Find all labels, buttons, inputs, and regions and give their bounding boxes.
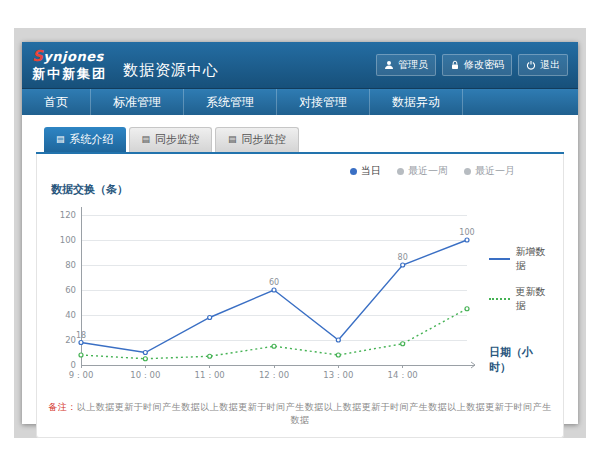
lock-icon [450, 60, 460, 70]
remark-row: 备注：以上数据更新于时间产生数据以上数据更新于时间产生数据以上数据更新于时间产生… [47, 401, 553, 427]
grid-icon: ▤ [228, 135, 237, 144]
series-legend: 新增数据更新数据 [489, 245, 553, 313]
svg-text:80: 80 [398, 253, 408, 262]
svg-text:0: 0 [71, 360, 76, 370]
radio-dot-icon [464, 168, 471, 175]
grid-icon: ▤ [142, 135, 151, 144]
company-name: 新中新集团 [32, 67, 107, 82]
desktop-background: Synjones 新中新集团 数据资源中心 管理员 修改密码 退出 [14, 28, 586, 438]
grid-icon: ▤ [56, 135, 65, 144]
nav-item-connect-mgmt[interactable]: 对接管理 [277, 89, 370, 115]
tab-sync-monitor-2[interactable]: ▤ 同步监控 [215, 127, 299, 152]
svg-text:60: 60 [65, 285, 76, 295]
line-swatch-icon [489, 298, 510, 300]
tab-sync-monitor-1[interactable]: ▤ 同步监控 [129, 127, 213, 152]
svg-text:100: 100 [459, 228, 474, 237]
nav-item-system-mgmt[interactable]: 系统管理 [184, 89, 277, 115]
nav-item-data-change[interactable]: 数据异动 [370, 89, 463, 115]
svg-text:12：00: 12：00 [259, 370, 289, 380]
range-option-label: 最近一月 [475, 164, 515, 178]
svg-text:9：00: 9：00 [69, 370, 94, 380]
series-name: 更新数据 [516, 285, 553, 313]
svg-text:60: 60 [269, 278, 279, 287]
user-icon [384, 60, 394, 70]
remark-label: 备注： [48, 402, 77, 412]
svg-text:100: 100 [60, 235, 76, 245]
radio-dot-icon [350, 168, 357, 175]
app-window: Synjones 新中新集团 数据资源中心 管理员 修改密码 退出 [22, 42, 578, 424]
tab-bar: ▤ 系统介绍 ▤ 同步监控 ▤ 同步监控 [44, 127, 564, 152]
logout-button[interactable]: 退出 [518, 54, 568, 76]
y-axis-title: 数据交换（条） [51, 182, 553, 197]
brand-logo: Synjones 新中新集团 [32, 48, 107, 81]
svg-text:18: 18 [76, 331, 86, 340]
nav-item-standard-mgmt[interactable]: 标准管理 [91, 89, 184, 115]
series-legend-item[interactable]: 更新数据 [489, 285, 553, 313]
svg-text:120: 120 [60, 210, 76, 220]
tab-system-intro[interactable]: ▤ 系统介绍 [44, 127, 126, 152]
radio-dot-icon [397, 168, 404, 175]
range-option-label: 最近一周 [408, 164, 448, 178]
admin-user-button[interactable]: 管理员 [376, 54, 436, 76]
svg-text:20: 20 [65, 335, 76, 345]
main-content: ▤ 系统介绍 ▤ 同步监控 ▤ 同步监控 当日最近一周最近一月 数据交换（条） … [22, 115, 578, 438]
svg-text:13：00: 13：00 [323, 370, 353, 380]
chart-area: 0204060801001209：0010：0011：0012：0013：001… [47, 199, 553, 391]
chart-range-legend: 当日最近一周最近一月 [47, 164, 515, 178]
brand-name: Synjones [32, 48, 107, 65]
series-name: 新增数据 [516, 245, 553, 273]
line-swatch-icon [489, 258, 510, 260]
main-nav: 首页 标准管理 系统管理 对接管理 数据异动 [22, 88, 578, 115]
remark-text: 以上数据更新于时间产生数据以上数据更新于时间产生数据以上数据更新于时间产生数据以… [77, 402, 552, 425]
range-option[interactable]: 当日 [350, 164, 381, 178]
power-icon [526, 60, 536, 70]
page-title: 数据资源中心 [123, 61, 219, 80]
change-password-button[interactable]: 修改密码 [442, 54, 512, 76]
range-option-label: 当日 [361, 164, 381, 178]
svg-text:40: 40 [65, 310, 76, 320]
chart-panel: 当日最近一周最近一月 数据交换（条） 0204060801001209：0010… [36, 154, 564, 438]
chart-side: 新增数据更新数据 日期（小时） [483, 199, 553, 391]
app-header: Synjones 新中新集团 数据资源中心 管理员 修改密码 退出 [22, 42, 578, 88]
header-actions: 管理员 修改密码 退出 [376, 54, 568, 76]
svg-text:11：00: 11：00 [195, 370, 225, 380]
x-axis-title: 日期（小时） [489, 345, 553, 375]
svg-text:10：00: 10：00 [130, 370, 160, 380]
range-option[interactable]: 最近一周 [397, 164, 448, 178]
line-chart: 0204060801001209：0010：0011：0012：0013：001… [47, 199, 483, 391]
svg-text:14：00: 14：00 [388, 370, 418, 380]
series-legend-item[interactable]: 新增数据 [489, 245, 553, 273]
nav-item-home[interactable]: 首页 [22, 89, 91, 115]
brand-swirl-icon: S [32, 47, 43, 65]
range-option[interactable]: 最近一月 [464, 164, 515, 178]
svg-text:80: 80 [65, 260, 76, 270]
